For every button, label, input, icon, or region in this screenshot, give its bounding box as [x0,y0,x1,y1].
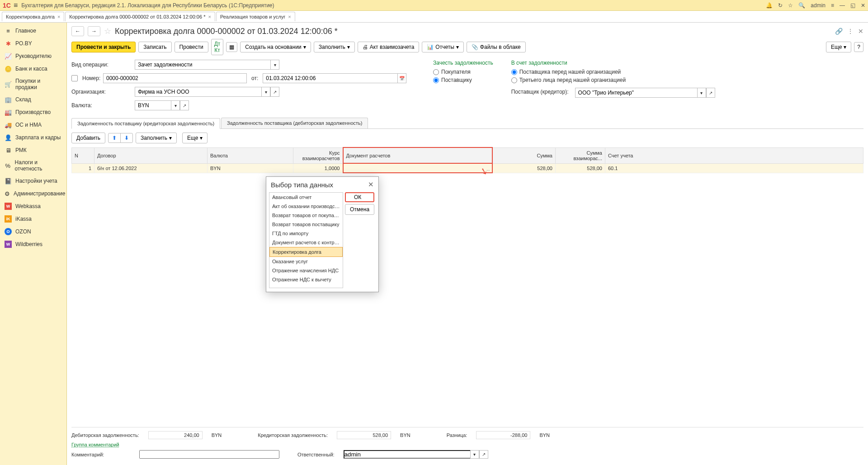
subtab-debitor[interactable]: Задолженность поставщика (дебиторская за… [221,118,368,128]
list-item[interactable]: Возврат товаров от покупателя [269,211,343,220]
sidebar-item[interactable]: 🖥РМК [0,144,66,157]
sidebar-item[interactable]: iKiKassa [0,213,66,225]
sidebar-item[interactable]: 👤Зарплата и кадры [0,131,66,144]
col-sum2[interactable]: Сумма взаиморас... [556,147,605,163]
dropdown-icon[interactable]: ▾ [697,88,706,98]
list-item[interactable]: Акт об оказании производств... [269,202,343,211]
op-type-input[interactable] [135,60,270,70]
forward-button[interactable]: → [88,26,100,36]
cell-n[interactable]: 1 [72,163,94,173]
sidebar-item[interactable]: %Налоги и отчетность [0,157,66,175]
col-contract[interactable]: Договор [94,147,208,163]
back-button[interactable]: ← [71,26,84,36]
more-button[interactable]: Еще ▾ [826,42,851,52]
favorite-icon[interactable]: ☆ [104,26,111,36]
sidebar-item[interactable]: WWildberries [0,238,66,251]
radio-third-party[interactable]: Третьего лица перед нашей организацией [511,77,715,83]
type-list[interactable]: Авансовый отчет Акт об оказании производ… [269,192,343,288]
comment-input[interactable] [139,450,279,459]
responsible-input[interactable] [344,450,470,459]
sidebar-item[interactable]: 📈Руководителю [0,50,66,62]
list-item[interactable]: ГТД по импорту [269,229,343,238]
close-icon[interactable]: × [208,14,211,19]
dropdown-icon[interactable]: ▾ [261,87,270,97]
sidebar-item[interactable]: 📓Настройки учета [0,175,66,187]
cell-contract[interactable]: б/н от 12.06.2022 [94,163,208,173]
col-rate[interactable]: Курс взаиморасчетов [293,147,343,163]
sidebar-item[interactable]: 🚚ОС и НМА [0,119,66,131]
tab-2[interactable]: Реализация товаров и услуг× [216,12,295,21]
list-item[interactable]: Возврат товаров поставщику [269,220,343,229]
help-button[interactable]: ? [854,42,863,52]
sidebar-item[interactable]: ⚙Администрирование [0,187,66,200]
settings-icon[interactable]: ≡ [831,2,834,9]
sidebar-item[interactable]: 🏢Склад [0,93,66,106]
post-and-close-button[interactable]: Провести и закрыть [71,42,136,52]
history-icon[interactable]: ↻ [778,2,783,9]
cell-doc[interactable]: ➘... [343,163,492,173]
radio-supplier-to-us[interactable]: Поставщика перед нашей организацией [511,69,715,75]
list-item[interactable]: Документ расчетов с контраг... [269,238,343,247]
sidebar-item[interactable]: OOZON [0,225,66,238]
sidebar-item[interactable]: WWebkassa [0,200,66,213]
list-item-selected[interactable]: Корректировка долга [269,247,343,257]
supplier-input[interactable] [575,88,697,98]
save-button[interactable]: Записать [138,42,171,52]
cell-currency[interactable]: BYN [208,163,293,173]
ok-button[interactable]: ОК [345,192,374,202]
close-icon[interactable]: ✕ [368,180,374,189]
cell-acc[interactable]: 60.1 [605,163,863,173]
ellipsis-icon[interactable]: ... [486,167,490,171]
files-button[interactable]: 📎 Файлы в облаке [467,42,526,52]
search-icon[interactable]: 🔍 [798,2,805,9]
col-acc[interactable]: Счет учета [605,147,863,163]
org-input[interactable] [135,87,261,97]
dropdown-icon[interactable]: ▾ [171,100,180,110]
close-icon[interactable]: × [57,14,60,19]
sidebar-item[interactable]: ≡Главное [0,24,66,37]
date-input[interactable] [263,73,397,83]
user-label[interactable]: admin [811,2,826,9]
cancel-button[interactable]: Отмена [345,204,374,215]
close-icon[interactable]: ✕ [858,28,863,35]
close-icon[interactable]: ✕ [861,2,865,9]
sidebar-item[interactable]: ✱PO.BY [0,37,66,50]
list-item[interactable]: Оказание услуг [269,257,343,266]
fill-button[interactable]: Заполнить ▾ [314,42,355,52]
sidebar-item[interactable]: 🛒Покупки и продажи [0,75,66,93]
sidebar-item[interactable]: 🪙Банк и касса [0,62,66,75]
minimize-icon[interactable]: — [840,2,845,9]
radio-supplier[interactable]: Поставщику [433,77,493,83]
add-button[interactable]: Добавить [71,133,105,143]
comments-group-link[interactable]: Группа комментарий [71,442,119,447]
menu-icon[interactable]: ≡ [14,1,18,9]
act-button[interactable]: 🖨 Акт взаимозачета [358,42,420,52]
dropdown-icon[interactable]: ▾ [470,450,479,459]
list-item[interactable]: Авансовый отчет [269,193,343,202]
tab-0[interactable]: Корректировка долга× [2,12,64,21]
col-currency[interactable]: Валюта [208,147,293,163]
cell-sum2[interactable]: 528,00 [556,163,605,173]
move-up-button[interactable]: ⬆ [108,133,121,142]
link-icon[interactable]: 🔗 [835,28,843,35]
col-doc[interactable]: Документ расчетов [343,147,492,163]
restore-icon[interactable]: ◱ [850,2,855,9]
dt-kt-button[interactable]: ДтКт [211,39,224,55]
cell-sum[interactable]: 528,00 [492,163,556,173]
clip-icon[interactable] [71,75,78,81]
fill-table-button[interactable]: Заполнить ▾ [136,133,177,143]
tab-1[interactable]: Корректировка долга 0000-000002 от 01.03… [65,12,215,21]
radio-buyer[interactable]: Покупателя [433,69,493,75]
star-icon[interactable]: ☆ [788,2,793,9]
cell-rate[interactable]: 1,0000 [293,163,343,173]
table-row[interactable]: 1 б/н от 12.06.2022 BYN 1,0000 ➘... 528,… [72,163,863,173]
post-button[interactable]: Провести [175,42,208,52]
col-sum[interactable]: Сумма [492,147,556,163]
kebab-icon[interactable]: ⋮ [847,28,854,35]
move-down-button[interactable]: ⬇ [121,133,132,142]
open-icon[interactable]: ↗ [180,100,189,110]
list-item[interactable]: Отражение НДС к вычету [269,275,343,284]
open-icon[interactable]: ↗ [270,87,279,97]
table-more-button[interactable]: Еще ▾ [182,133,208,143]
list-item[interactable]: Отражение начисления НДС [269,266,343,275]
